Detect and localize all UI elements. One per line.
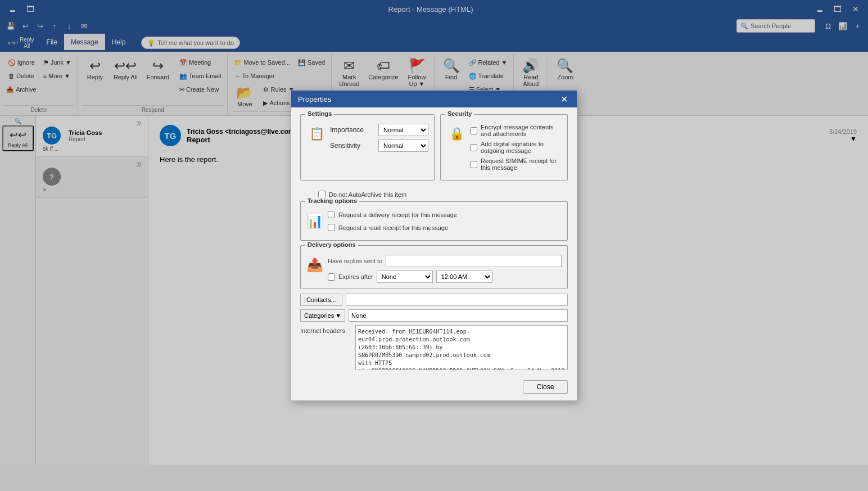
expires-label: Expires after xyxy=(338,273,373,280)
digital-sig-checkbox-row: Add digital signature to outgoing messag… xyxy=(470,141,562,154)
delivery-icon: 📤 xyxy=(306,257,323,273)
dialog-title: Properties xyxy=(298,95,331,103)
contacts-input[interactable] xyxy=(346,294,568,306)
delivery-receipt-row: Request a delivery receipt for this mess… xyxy=(328,211,457,218)
importance-select[interactable]: Low Normal High xyxy=(378,124,428,136)
security-section: Security 🔒 Encrypt message contents and … xyxy=(440,114,568,181)
delivery-section: Delivery options 📤 Have replies sent to … xyxy=(300,245,568,289)
have-replies-row: Have replies sent to xyxy=(328,255,562,267)
digital-sig-label: Add digital signature to outgoing messag… xyxy=(481,141,562,154)
expires-checkbox[interactable] xyxy=(328,273,335,281)
delivery-receipt-label: Request a delivery receipt for this mess… xyxy=(338,211,457,218)
settings-section: Settings 📋 Importance Low Normal High xyxy=(300,114,435,181)
properties-dialog: Properties ✕ Settings 📋 Importance Lo xyxy=(291,90,577,401)
read-receipt-row: Request a read receipt for this message xyxy=(328,224,457,231)
no-archive-label: Do not AutoArchive this item xyxy=(329,191,406,198)
read-receipt-label: Request a read receipt for this message xyxy=(338,224,448,231)
have-replies-label: Have replies sent to xyxy=(328,258,382,264)
encrypt-checkbox[interactable] xyxy=(470,127,477,134)
expires-time-select[interactable]: 12:00 AM xyxy=(436,271,492,283)
categories-dropdown-icon: ▼ xyxy=(335,312,341,319)
encrypt-checkbox-row: Encrypt message contents and attachments xyxy=(470,124,562,137)
tracking-legend: Tracking options xyxy=(305,197,359,204)
dialog-overlay: Properties ✕ Settings 📋 Importance Lo xyxy=(0,0,868,491)
settings-icon: 📋 xyxy=(306,124,327,144)
categories-label: Categories xyxy=(304,312,334,319)
internet-headers-label: Internet headers xyxy=(300,325,351,334)
close-dialog-button[interactable]: Close xyxy=(523,380,568,394)
smime-checkbox[interactable] xyxy=(470,161,477,168)
delivery-receipt-checkbox[interactable] xyxy=(328,211,335,218)
security-icon: 🔒 xyxy=(446,124,467,144)
categories-row: Categories ▼ xyxy=(300,309,568,322)
contacts-row: Contacts... xyxy=(300,294,568,306)
categories-input[interactable] xyxy=(349,309,568,322)
security-legend: Security xyxy=(445,110,474,117)
dialog-body: Settings 📋 Importance Low Normal High xyxy=(291,107,577,377)
delivery-fields: Have replies sent to Expires after None … xyxy=(328,255,562,283)
sensitivity-select[interactable]: Normal Personal Private Confidential xyxy=(378,139,428,152)
importance-label: Importance xyxy=(330,126,375,134)
delivery-legend: Delivery options xyxy=(305,241,358,248)
have-replies-input[interactable] xyxy=(386,255,562,267)
tracking-checks: Request a delivery receipt for this mess… xyxy=(328,211,457,235)
sensitivity-label: Sensitivity xyxy=(330,142,375,150)
contacts-button[interactable]: Contacts... xyxy=(300,294,342,306)
smime-label: Request S/MIME receipt for this message xyxy=(481,157,562,171)
smime-checkbox-row: Request S/MIME receipt for this message xyxy=(470,157,562,171)
encrypt-label: Encrypt message contents and attachments xyxy=(481,124,562,137)
tracking-icon: 📊 xyxy=(306,213,323,229)
internet-headers-textarea[interactable] xyxy=(355,325,568,370)
dialog-title-bar: Properties ✕ xyxy=(291,91,577,107)
categories-button[interactable]: Categories ▼ xyxy=(300,309,345,322)
importance-row: Importance Low Normal High xyxy=(330,124,428,136)
read-receipt-checkbox[interactable] xyxy=(328,224,335,231)
sensitivity-row: Sensitivity Normal Personal Private Conf… xyxy=(330,139,428,152)
dialog-footer: Close xyxy=(291,377,577,400)
settings-legend: Settings xyxy=(305,110,334,117)
tracking-section: Tracking options 📊 Request a delivery re… xyxy=(300,201,568,241)
internet-headers-row: Internet headers xyxy=(300,325,568,370)
expires-date-select[interactable]: None xyxy=(377,271,433,283)
expires-row: Expires after None 12:00 AM xyxy=(328,271,562,283)
digital-sig-checkbox[interactable] xyxy=(470,144,477,151)
dialog-close-x-button[interactable]: ✕ xyxy=(558,93,570,105)
